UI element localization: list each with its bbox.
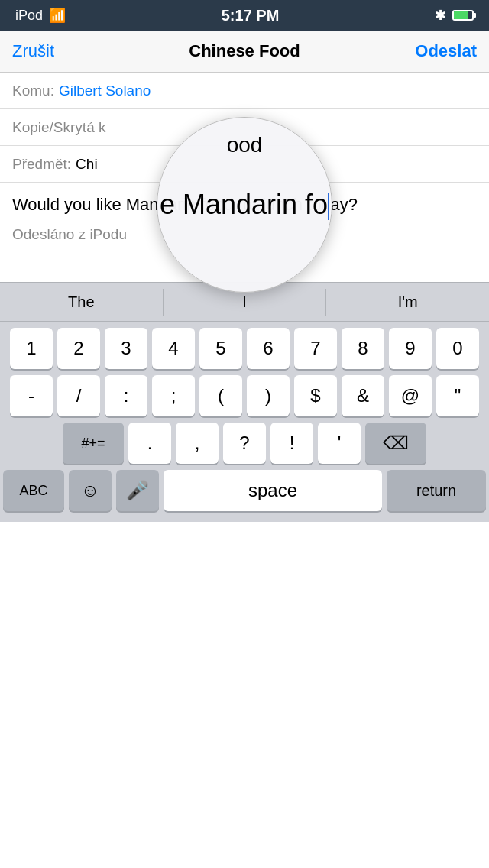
symbol-row-1: - / : ; ( ) $ & @ ": [3, 375, 486, 416]
cc-label: Kopie/Skrytá k: [12, 119, 106, 136]
magnifier: ood e Mandarin fo: [157, 117, 332, 293]
cancel-button[interactable]: Zrušit: [12, 41, 54, 61]
compose-wrapper: ood e Mandarin fo Komu: Gilbert Solano K…: [0, 73, 489, 282]
send-button[interactable]: Odeslat: [415, 41, 477, 61]
compose-title: Chinese Food: [189, 41, 300, 61]
abc-key[interactable]: ABC: [3, 470, 64, 511]
key-dot[interactable]: .: [128, 423, 171, 464]
autocorrect-im[interactable]: I'm: [326, 289, 489, 316]
magnifier-main-text: e Mandarin fo: [160, 189, 329, 221]
key-quote[interactable]: ": [436, 375, 479, 416]
return-key[interactable]: return: [387, 470, 486, 511]
symbol-row-2: #+= . , ? ! ' ⌫: [3, 423, 486, 464]
keyboard: 1 2 3 4 5 6 7 8 9 0 - / : ; ( ) $ & @ " …: [0, 322, 489, 522]
key-at[interactable]: @: [389, 375, 432, 416]
bluetooth-icon: ✱: [435, 7, 446, 24]
key-0[interactable]: 0: [436, 328, 479, 369]
key-semicolon[interactable]: ;: [152, 375, 195, 416]
key-4[interactable]: 4: [152, 328, 195, 369]
key-9[interactable]: 9: [389, 328, 432, 369]
text-cursor: [328, 193, 329, 220]
time-label: 5:17 PM: [222, 7, 280, 24]
status-bar: iPod 📶 5:17 PM ✱: [0, 0, 489, 31]
subject-label: Předmět:: [12, 156, 71, 173]
mic-key[interactable]: 🎤: [116, 470, 159, 511]
key-question[interactable]: ?: [223, 423, 266, 464]
key-5[interactable]: 5: [199, 328, 242, 369]
key-colon[interactable]: :: [105, 375, 147, 416]
key-8[interactable]: 8: [342, 328, 384, 369]
key-apostrophe[interactable]: ': [318, 423, 361, 464]
number-row: 1 2 3 4 5 6 7 8 9 0: [3, 328, 486, 369]
magnifier-top-text: ood: [227, 133, 263, 157]
hashtag-key[interactable]: #+=: [63, 423, 124, 464]
key-7[interactable]: 7: [294, 328, 337, 369]
backspace-key[interactable]: ⌫: [365, 423, 426, 464]
to-value[interactable]: Gilbert Solano: [59, 83, 151, 99]
key-close-paren[interactable]: ): [247, 375, 290, 416]
key-dollar[interactable]: $: [294, 375, 337, 416]
subject-value[interactable]: Chi: [76, 156, 98, 173]
space-key[interactable]: space: [164, 470, 382, 511]
key-1[interactable]: 1: [10, 328, 53, 369]
key-6[interactable]: 6: [247, 328, 290, 369]
to-field-row: Komu: Gilbert Solano: [0, 73, 489, 109]
key-slash[interactable]: /: [57, 375, 100, 416]
key-dash[interactable]: -: [10, 375, 53, 416]
to-label: Komu:: [12, 83, 54, 99]
battery-indicator: [452, 10, 474, 21]
key-3[interactable]: 3: [105, 328, 147, 369]
autocorrect-the[interactable]: The: [0, 289, 164, 316]
device-label: iPod: [15, 8, 43, 24]
key-ampersand[interactable]: &: [342, 375, 384, 416]
key-open-paren[interactable]: (: [199, 375, 242, 416]
key-comma[interactable]: ,: [176, 423, 219, 464]
emoji-key[interactable]: ☺: [69, 470, 112, 511]
nav-bar: Zrušit Chinese Food Odeslat: [0, 31, 489, 73]
key-exclaim[interactable]: !: [270, 423, 313, 464]
bottom-row: ABC ☺ 🎤 space return: [3, 470, 486, 511]
wifi-icon: 📶: [49, 7, 66, 24]
key-2[interactable]: 2: [57, 328, 100, 369]
